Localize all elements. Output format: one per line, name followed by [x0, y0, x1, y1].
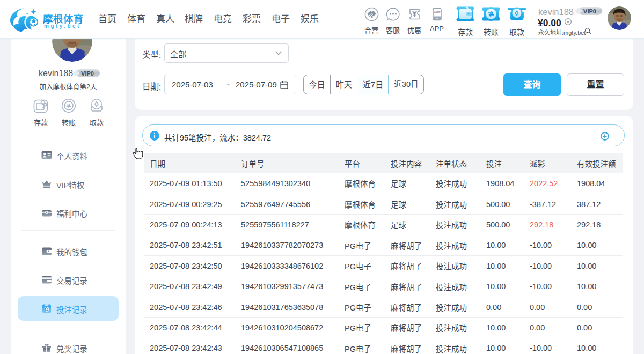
svg-text:APP: APP [434, 11, 440, 14]
svg-text:VIP0: VIP0 [583, 8, 596, 14]
svg-text:VIP0: VIP0 [81, 70, 94, 77]
